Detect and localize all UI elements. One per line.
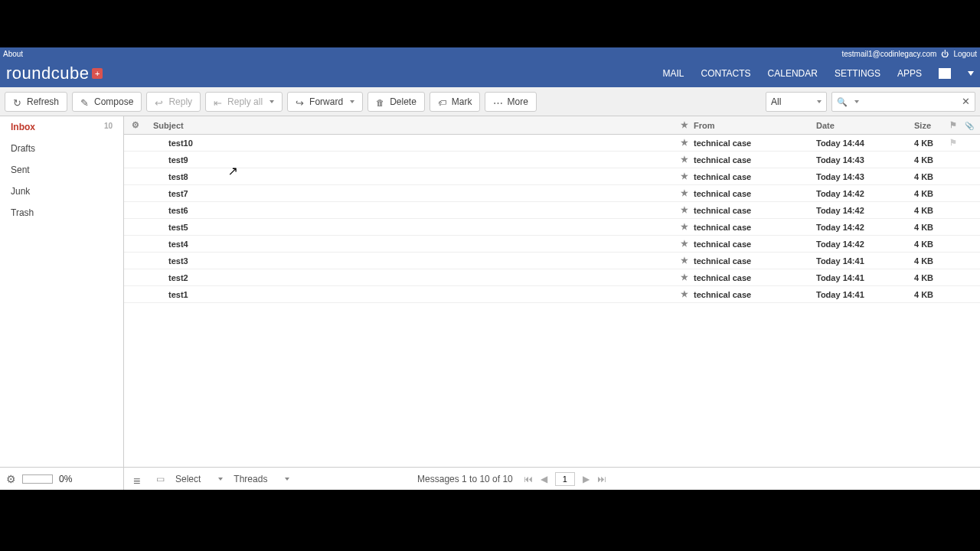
about-link[interactable]: About <box>3 50 23 58</box>
star-icon[interactable] <box>681 155 688 164</box>
message-row[interactable]: test8technical caseToday 14:434 KB <box>124 168 980 185</box>
nav-apps[interactable]: APPS <box>897 68 922 79</box>
message-row[interactable]: test7technical caseToday 14:424 KB <box>124 185 980 202</box>
quota-text: 0% <box>59 474 72 484</box>
compose-button[interactable]: Compose <box>72 92 142 112</box>
message-list[interactable]: test10technical caseToday 14:444 KBtest9… <box>124 135 980 467</box>
star-icon[interactable] <box>681 171 688 181</box>
search-box[interactable]: ✕ <box>831 92 975 112</box>
folder-inbox[interactable]: Inbox10 <box>0 116 123 138</box>
caret-icon <box>817 100 822 103</box>
nav-settings[interactable]: SETTINGS <box>835 68 880 79</box>
flag-icon[interactable] <box>949 138 957 147</box>
select-dropdown[interactable]: Select <box>175 474 223 484</box>
logout-label[interactable]: Logout <box>953 50 977 58</box>
settings-gear-icon[interactable] <box>6 473 16 485</box>
compose-icon <box>80 97 90 106</box>
forward-button[interactable]: Forward <box>287 92 363 112</box>
logo-text: roundcube <box>6 64 89 83</box>
delete-icon <box>376 97 385 106</box>
star-icon[interactable] <box>681 239 688 248</box>
list-view-icon[interactable] <box>133 474 145 484</box>
caret-icon <box>854 100 859 103</box>
next-page-icon[interactable]: ▶ <box>583 474 590 484</box>
col-subject[interactable]: Subject <box>147 121 675 130</box>
reply-icon <box>155 97 164 106</box>
topbar: About testmail1@codinlegacy.com ⏻ Logout <box>0 47 980 60</box>
logo: roundcube + <box>6 64 103 83</box>
folder-sent[interactable]: Sent <box>0 159 123 181</box>
message-row[interactable]: test4technical caseToday 14:424 KB <box>124 236 980 253</box>
list-footer: Select Threads Messages 1 to 10 of 10 ⏮ … <box>124 467 980 490</box>
logout-link[interactable]: ⏻ <box>941 50 949 58</box>
replyall-button[interactable]: Reply all <box>205 92 283 112</box>
screen-icon[interactable] <box>939 68 951 79</box>
star-icon[interactable] <box>681 138 688 147</box>
folder-drafts[interactable]: Drafts <box>0 138 123 159</box>
logo-plus-icon: + <box>92 68 103 79</box>
col-from[interactable]: From <box>694 121 816 130</box>
page-input[interactable] <box>555 472 575 486</box>
filter-select[interactable]: All <box>766 92 827 112</box>
replyall-icon <box>214 97 223 106</box>
caret-icon <box>350 100 354 103</box>
split-view-icon[interactable] <box>156 474 165 484</box>
message-row[interactable]: test3technical caseToday 14:414 KB <box>124 253 980 269</box>
star-icon[interactable] <box>681 272 688 282</box>
message-row[interactable]: test9technical caseToday 14:434 KB <box>124 152 980 168</box>
reply-button[interactable]: Reply <box>146 92 201 112</box>
col-size[interactable]: Size <box>914 121 949 130</box>
forward-icon <box>296 97 305 106</box>
quota-bar <box>22 474 53 484</box>
prev-page-icon[interactable]: ◀ <box>541 474 547 484</box>
delete-button[interactable]: Delete <box>368 92 425 112</box>
user-email: testmail1@codinlegacy.com <box>842 50 937 58</box>
folder-sidebar: Inbox10DraftsSentJunkTrash 0% <box>0 116 124 490</box>
message-list-header: Subject From Date Size <box>124 116 980 135</box>
more-button[interactable]: More <box>485 92 536 112</box>
clear-search-icon[interactable]: ✕ <box>962 96 970 107</box>
first-page-icon[interactable]: ⏮ <box>524 474 533 484</box>
mark-icon <box>438 97 447 106</box>
message-row[interactable]: test5technical caseToday 14:424 KB <box>124 219 980 236</box>
message-row[interactable]: test6technical caseToday 14:424 KB <box>124 202 980 219</box>
toolbar: Refresh Compose Reply Reply all Forward … <box>0 87 980 116</box>
folder-junk[interactable]: Junk <box>0 181 123 202</box>
message-pane: Subject From Date Size test10technical c… <box>124 116 980 490</box>
list-settings-icon[interactable] <box>132 120 139 129</box>
message-row[interactable]: test1technical caseToday 14:414 KB <box>124 286 980 303</box>
nav-calendar[interactable]: CALENDAR <box>768 68 818 79</box>
star-icon[interactable] <box>681 289 688 298</box>
refresh-button[interactable]: Refresh <box>5 92 67 112</box>
star-icon[interactable] <box>681 188 688 197</box>
more-icon <box>493 97 502 106</box>
nav-contacts[interactable]: CONTACTS <box>701 68 751 79</box>
flag-column-icon[interactable] <box>949 120 957 129</box>
star-icon[interactable] <box>681 205 688 214</box>
main-nav: MAIL CONTACTS CALENDAR SETTINGS APPS <box>662 68 974 79</box>
last-page-icon[interactable]: ⏭ <box>597 474 606 484</box>
header: roundcube + MAIL CONTACTS CALENDAR SETTI… <box>0 60 980 87</box>
page-nav: ⏮ ◀ ▶ ⏭ <box>524 472 606 486</box>
list-status: Messages 1 to 10 of 10 <box>417 474 513 484</box>
caret-icon <box>270 100 274 103</box>
star-column-icon[interactable] <box>681 120 688 129</box>
sidebar-footer: 0% <box>0 467 123 490</box>
skin-dropdown-icon[interactable] <box>968 71 974 76</box>
nav-mail[interactable]: MAIL <box>662 68 684 79</box>
star-icon[interactable] <box>681 256 688 265</box>
col-date[interactable]: Date <box>816 121 914 130</box>
threads-dropdown[interactable]: Threads <box>234 474 289 484</box>
star-icon[interactable] <box>681 222 688 231</box>
search-icon <box>837 96 848 107</box>
message-row[interactable]: test2technical caseToday 14:414 KB <box>124 269 980 286</box>
refresh-icon <box>13 97 22 106</box>
attachment-column-icon[interactable] <box>965 121 974 130</box>
message-row[interactable]: test10technical caseToday 14:444 KB <box>124 135 980 152</box>
caret-icon <box>218 478 223 481</box>
caret-icon <box>285 478 289 481</box>
mark-button[interactable]: Mark <box>430 92 481 112</box>
folder-trash[interactable]: Trash <box>0 202 123 223</box>
